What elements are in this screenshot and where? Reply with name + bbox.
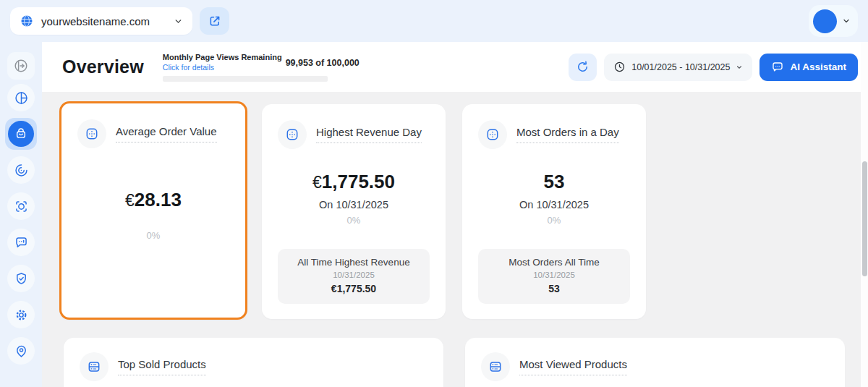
card-most-viewed-products[interactable]: Most Viewed Products <box>465 338 845 387</box>
topbar: yourwebsitename.com <box>0 0 868 42</box>
stat-change: 0% <box>61 230 245 241</box>
gear-icon <box>14 307 29 323</box>
all-time-value: €1,775.50 <box>284 283 424 294</box>
page-views-label: Monthly Page Views Remaining <box>163 53 282 61</box>
sidebar <box>0 42 42 387</box>
table-rows-icon <box>488 359 503 375</box>
chevron-down-icon <box>174 17 183 26</box>
stat-card-highest-revenue-day[interactable]: Highest Revenue Day €1,775.50 On 10/31/2… <box>262 104 446 319</box>
all-time-date: 10/31/2025 <box>284 271 424 279</box>
card-title: Highest Revenue Day <box>316 126 422 143</box>
ai-assistant-button[interactable]: AI Assistant <box>760 54 858 81</box>
avatar <box>813 9 837 33</box>
stat-date: On 10/31/2025 <box>462 199 646 210</box>
currency-symbol: € <box>312 173 322 192</box>
stat-date: On 10/31/2025 <box>262 199 446 210</box>
sidebar-item-shopping-bag[interactable] <box>0 116 42 152</box>
globe-icon <box>20 14 34 28</box>
all-time-title: Most Orders All Time <box>484 257 624 268</box>
page-views-progress-bar <box>163 76 328 82</box>
calculator-icon <box>84 126 100 142</box>
all-time-title: All Time Highest Revenue <box>284 257 424 268</box>
stat-card-most-orders-in-a-day[interactable]: Most Orders in a Day 53 On 10/31/2025 0%… <box>462 104 646 319</box>
sidebar-item-chat[interactable] <box>0 224 42 260</box>
date-range-picker[interactable]: 10/01/2025 - 10/31/2025 <box>604 54 752 81</box>
sidebar-item-location[interactable] <box>0 333 42 369</box>
refresh-button[interactable] <box>569 54 597 81</box>
scrollbar-thumb[interactable] <box>862 161 867 276</box>
all-time-date: 10/31/2025 <box>484 271 624 279</box>
sidebar-item-scan[interactable] <box>0 188 42 224</box>
page-views-quota: Monthly Page Views Remaining Click for d… <box>163 53 331 82</box>
sidebar-item-shield[interactable] <box>0 260 42 297</box>
currency-symbol: € <box>125 191 135 210</box>
stat-value: €1,775.50 <box>262 171 446 193</box>
card-title: Top Sold Products <box>118 358 206 375</box>
card-title: Average Order Value <box>116 125 217 143</box>
card-title: Most Viewed Products <box>519 358 627 375</box>
sidebar-item-pie-chart[interactable] <box>0 80 42 116</box>
ai-assistant-label: AI Assistant <box>790 61 846 72</box>
card-title: Most Orders in a Day <box>516 126 619 143</box>
page-header: Overview Monthly Page Views Remaining Cl… <box>42 42 868 92</box>
chevron-down-icon <box>736 64 743 71</box>
calculator-icon <box>284 127 300 143</box>
page-views-details-link[interactable]: Click for details <box>163 63 282 72</box>
stat-change: 0% <box>462 215 646 226</box>
site-selector[interactable]: yourwebsitename.com <box>10 7 192 35</box>
stat-change: 0% <box>262 215 446 226</box>
table-rows-icon <box>86 359 102 375</box>
sidebar-toggle-button[interactable] <box>7 52 35 80</box>
clock-icon <box>613 61 626 73</box>
stat-value: €28.13 <box>61 189 245 211</box>
open-website-button[interactable] <box>200 7 229 35</box>
external-link-icon <box>208 14 221 27</box>
sidebar-item-radar[interactable] <box>0 152 42 188</box>
chevron-down-icon <box>842 17 851 25</box>
scrollbar[interactable] <box>861 42 868 387</box>
shopping-bag-icon <box>14 127 28 141</box>
refresh-icon <box>576 60 590 74</box>
most-orders-all-time-box: Most Orders All Time 10/31/2025 53 <box>478 249 630 304</box>
all-time-value: 53 <box>484 283 624 294</box>
chat-icon <box>771 61 784 74</box>
stat-card-average-order-value[interactable]: Average Order Value €28.13 0% <box>59 101 247 320</box>
scan-icon <box>14 199 29 214</box>
page-title: Overview <box>62 56 144 77</box>
card-top-sold-products[interactable]: Top Sold Products <box>64 338 443 387</box>
all-time-highest-revenue-box: All Time Highest Revenue 10/31/2025 €1,7… <box>278 249 430 304</box>
account-menu[interactable] <box>809 5 858 37</box>
radar-icon <box>14 163 29 178</box>
calculator-icon <box>485 127 501 143</box>
pie-chart-icon <box>14 90 29 106</box>
date-range-label: 10/01/2025 - 10/31/2025 <box>631 62 730 72</box>
map-pin-icon <box>14 344 29 359</box>
stat-value: 53 <box>462 171 646 193</box>
shield-check-icon <box>14 271 29 286</box>
chat-bubble-icon <box>14 235 29 250</box>
dashboard-content: Average Order Value €28.13 0% Highest Re… <box>42 92 868 387</box>
site-name-label: yourwebsitename.com <box>41 15 174 27</box>
sidebar-item-settings[interactable] <box>0 297 42 333</box>
page-views-usage: 99,953 of 100,000 <box>286 58 359 68</box>
sidebar-toggle-icon <box>13 58 29 74</box>
